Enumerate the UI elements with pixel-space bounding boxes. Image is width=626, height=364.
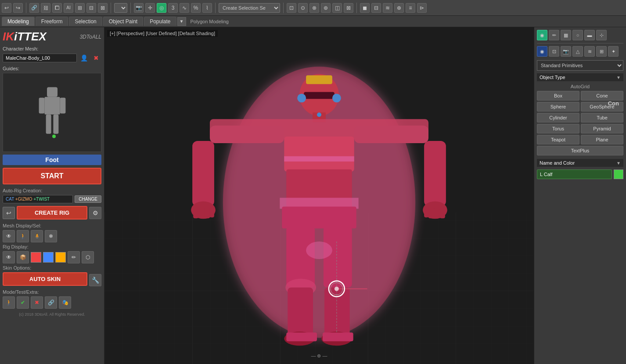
name-color-swatch[interactable]: [614, 169, 623, 179]
viewport[interactable]: [+] [Perspective] [User Defined] [Defaul…: [104, 27, 534, 364]
svg-rect-33: [440, 209, 445, 218]
circle-sel-icon[interactable]: ◎: [157, 3, 166, 13]
wave-icon[interactable]: ∿: [180, 3, 189, 13]
camera-icon[interactable]: 📷: [134, 3, 144, 13]
extra3-icon[interactable]: ≋: [383, 3, 392, 13]
eye-icon[interactable]: 👁: [3, 230, 15, 242]
btn-torus[interactable]: Torus: [537, 124, 579, 133]
rig-disp-row: 👁 📦 ✏ ⬡: [3, 251, 101, 263]
mode-extra-icon[interactable]: 🎭: [59, 296, 71, 309]
auto-skin-button[interactable]: AUTO SKIN: [3, 272, 87, 286]
rig-box-icon[interactable]: 📦: [17, 251, 29, 263]
rt-star-icon[interactable]: ✦: [608, 46, 619, 57]
tab-freeform[interactable]: Freeform: [36, 17, 68, 26]
btn-cone[interactable]: Cone: [581, 91, 623, 101]
create-rig-button[interactable]: CREATE RIG: [17, 206, 87, 220]
sep6: [356, 3, 357, 13]
mode-walk-icon[interactable]: 🚶: [3, 296, 15, 309]
btn-sphere[interactable]: Sphere: [537, 102, 579, 112]
rt-cam-icon[interactable]: 📷: [561, 46, 571, 57]
layout4-icon[interactable]: ⊛: [321, 3, 331, 13]
mode-check-icon[interactable]: ✔: [17, 296, 29, 309]
extra2-icon[interactable]: ⊟: [371, 3, 381, 13]
layout6-icon[interactable]: ⊠: [344, 3, 353, 13]
pick-mesh-icon[interactable]: 👤: [79, 53, 89, 63]
delete-mesh-icon[interactable]: ✖: [91, 53, 101, 63]
view-select[interactable]: View: [114, 3, 127, 13]
undo-button[interactable]: ↩: [2, 3, 11, 13]
snowflake-icon[interactable]: ❄: [45, 230, 57, 242]
con-label: Con: [608, 100, 619, 107]
rt-active1-icon[interactable]: ◉: [537, 46, 547, 57]
percent-icon[interactable]: %: [191, 3, 201, 13]
btn-tube[interactable]: Tube: [581, 113, 623, 123]
btn-cylinder[interactable]: Cylinder: [537, 113, 579, 123]
extra5-icon[interactable]: ≡: [406, 3, 415, 13]
start-button[interactable]: START: [3, 168, 101, 184]
redo-button[interactable]: ↪: [13, 3, 23, 13]
tab-selection[interactable]: Selection: [69, 17, 102, 26]
mode-test-label: Mode/Test/Extra:: [3, 289, 101, 295]
extra4-icon[interactable]: ⊕: [394, 3, 404, 13]
layout5-icon[interactable]: ◫: [332, 3, 342, 13]
layout2-icon[interactable]: ⊙: [298, 3, 308, 13]
walk-icon[interactable]: 🚶: [17, 230, 29, 242]
tab-object-paint[interactable]: Object Paint: [103, 17, 143, 26]
mirror-icon[interactable]: ⊟: [86, 3, 96, 13]
link-icon[interactable]: 🔗: [29, 3, 39, 13]
create-sel-select[interactable]: Create Selection Se: [219, 3, 280, 13]
svg-point-6: [52, 134, 56, 138]
rt-grid-icon[interactable]: ▦: [561, 30, 571, 40]
rt-pencil-icon[interactable]: ✏: [549, 30, 559, 40]
snap-icon[interactable]: ⊞: [75, 3, 85, 13]
tab-populate[interactable]: Populate: [144, 17, 176, 26]
btn-plane[interactable]: Plane: [581, 135, 623, 144]
rig-color-blue[interactable]: [43, 252, 54, 263]
array-icon[interactable]: ⊠: [98, 3, 108, 13]
char-mesh-input[interactable]: [3, 54, 77, 62]
std-prim-select[interactable]: Standard Primitives: [537, 60, 623, 71]
rig-color-red[interactable]: [31, 252, 41, 263]
rt-active2-icon[interactable]: ⊡: [549, 46, 559, 57]
rt-circle-icon[interactable]: ◉: [537, 30, 547, 40]
tab-modeling[interactable]: Modeling: [2, 17, 35, 26]
undo-rig-button[interactable]: ↩: [3, 207, 15, 219]
layout1-icon[interactable]: ⊡: [287, 3, 296, 13]
rig-settings-icon[interactable]: ⚙: [89, 207, 101, 219]
mode-link-icon[interactable]: 🔗: [45, 296, 57, 309]
extra6-icon[interactable]: ⊳: [417, 3, 427, 13]
btn-box[interactable]: Box: [537, 91, 579, 101]
auto-rig-label: Auto-Rig Creation:: [3, 188, 101, 193]
rt-sphere-icon[interactable]: ○: [572, 30, 583, 40]
unlink-icon[interactable]: ⛓: [41, 3, 50, 13]
btn-textplus[interactable]: TextPlus: [537, 146, 623, 155]
rt-grid2-icon[interactable]: ⊞: [596, 46, 607, 57]
btn-pyramid[interactable]: Pyramid: [581, 124, 623, 133]
cross-icon[interactable]: ✛: [145, 3, 155, 13]
rt-wave2-icon[interactable]: ≋: [584, 46, 595, 57]
extra1-icon[interactable]: ◼: [360, 3, 370, 13]
skin-settings-icon[interactable]: 🔧: [89, 274, 101, 286]
ai-select[interactable]: AI: [64, 3, 73, 13]
bind-icon[interactable]: ⧠: [52, 3, 62, 13]
rt-rect-icon[interactable]: ▬: [584, 30, 595, 40]
change-button[interactable]: CHANGE: [75, 195, 101, 203]
rig-sphere-icon[interactable]: ⬡: [82, 251, 94, 263]
svg-rect-34: [434, 208, 439, 218]
rt-tri-icon[interactable]: △: [572, 46, 583, 57]
tab-extra-icon[interactable]: ▼: [177, 17, 186, 26]
layout3-icon[interactable]: ⊗: [309, 3, 319, 13]
name-color-input[interactable]: [537, 169, 612, 179]
btn-teapot[interactable]: Teapot: [537, 135, 579, 144]
rt-settings-icon[interactable]: ⊹: [596, 30, 607, 40]
squiggle-icon[interactable]: ⌇: [202, 3, 212, 13]
svg-point-52: [317, 112, 321, 117]
rig-eye-icon[interactable]: 👁: [3, 251, 15, 263]
figure-icon[interactable]: 🧍: [31, 230, 43, 242]
num3-icon[interactable]: 3: [168, 3, 178, 13]
polygon-modeling-label: Polygon Modeling: [187, 18, 232, 25]
mode-x-icon[interactable]: ✖: [31, 296, 43, 309]
rig-brush-icon[interactable]: ✏: [68, 251, 80, 263]
rig-color-yellow[interactable]: [55, 252, 66, 263]
svg-rect-4: [46, 115, 51, 134]
